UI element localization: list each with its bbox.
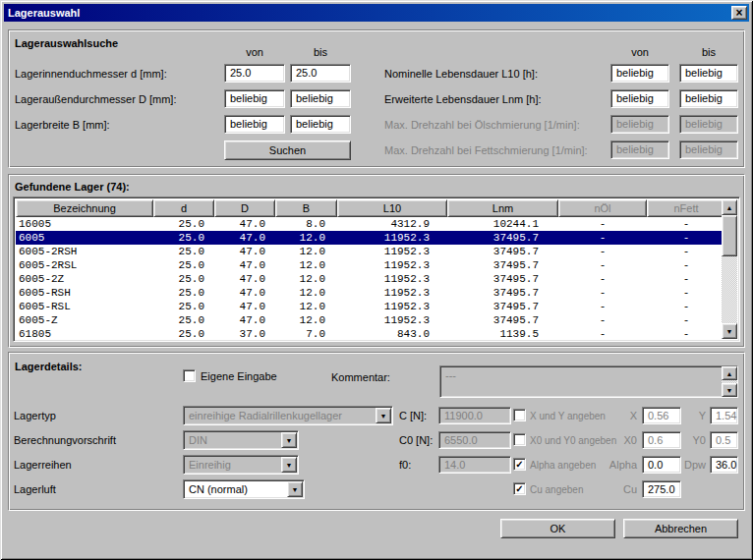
Lnm-bis-input[interactable]: beliebig bbox=[679, 89, 738, 108]
column-header-Bezeichnung[interactable]: Bezeichnung bbox=[16, 199, 153, 217]
cancel-button[interactable]: Abbrechen bbox=[623, 519, 738, 538]
x-y-angeben-checkbox bbox=[513, 409, 526, 421]
alpha-label: Alpha bbox=[576, 459, 637, 471]
table-cell: 25.0 bbox=[153, 245, 214, 258]
nfett-von-input: beliebig bbox=[610, 140, 669, 159]
table-row-6005-2Z[interactable]: 6005-2Z25.047.012.011952.337495.7-- bbox=[16, 272, 725, 286]
table-cell: 11952.3 bbox=[337, 300, 447, 313]
column-header-nÖl[interactable]: nÖl bbox=[558, 199, 647, 217]
table-cell: 47.0 bbox=[214, 300, 275, 313]
lagerluft-combo[interactable]: CN (normal) ▼ bbox=[183, 479, 305, 499]
scroll-up-button[interactable]: ▲ bbox=[722, 199, 737, 215]
kommentar-value: --- bbox=[445, 369, 456, 381]
d-bis-input[interactable]: 25.0 bbox=[290, 64, 351, 83]
f0-label: f0: bbox=[399, 459, 411, 471]
table-row-6005-2RSH[interactable]: 6005-2RSH25.047.012.011952.337495.7-- bbox=[16, 245, 725, 258]
table-cell: - bbox=[647, 258, 725, 272]
d-von-input[interactable]: 25.0 bbox=[224, 64, 285, 83]
table-cell: - bbox=[647, 300, 725, 313]
table-cell: 37495.7 bbox=[447, 286, 558, 300]
lagerreihen-combo: Einreihig ▼ bbox=[183, 455, 299, 475]
ok-button[interactable]: OK bbox=[500, 519, 615, 538]
results-scrollbar[interactable]: ▲ ▼ bbox=[722, 199, 737, 339]
close-icon: × bbox=[735, 7, 742, 19]
table-row-6005-Z[interactable]: 6005-Z25.047.012.011952.337495.7-- bbox=[16, 313, 725, 327]
table-cell: 37495.7 bbox=[447, 245, 558, 258]
c-input: 11900.0 bbox=[438, 407, 511, 424]
scrollbar-thumb[interactable] bbox=[722, 215, 737, 256]
nfett-bis-input: beliebig bbox=[679, 140, 738, 159]
results-table: BezeichnungdDBL10LnmnÖlnFett 1600525.047… bbox=[13, 196, 740, 342]
table-cell: - bbox=[647, 217, 725, 231]
y-label: Y bbox=[682, 410, 706, 421]
table-cell: - bbox=[647, 286, 725, 300]
cu-angeben-checkbox: ✓ bbox=[513, 482, 526, 495]
bis-header-left: bis bbox=[290, 46, 351, 58]
results-table-body: 1600525.047.08.04312.910244.1--600525.04… bbox=[16, 217, 725, 341]
table-cell: 6005 bbox=[16, 231, 153, 245]
table-cell: 37495.7 bbox=[447, 313, 558, 327]
table-row-6005-RSL[interactable]: 6005-RSL25.047.012.011952.337495.7-- bbox=[16, 300, 725, 313]
d-label: Lagerinnenduchmesser d [mm]: bbox=[15, 68, 167, 80]
chevron-down-icon: ▼ bbox=[380, 413, 387, 420]
B-label: Lagerbreite B [mm]: bbox=[15, 119, 110, 131]
table-cell: 37495.7 bbox=[447, 231, 558, 245]
column-header-d[interactable]: d bbox=[153, 199, 214, 217]
cu-input[interactable]: 275.0 bbox=[642, 480, 681, 498]
table-cell: 6005-Z bbox=[16, 313, 153, 327]
lagerreihen-value: Einreihig bbox=[184, 459, 281, 471]
Lnm-von-input[interactable]: beliebig bbox=[610, 89, 669, 108]
L10-von-input[interactable]: beliebig bbox=[610, 64, 669, 83]
table-cell: 7.0 bbox=[275, 327, 337, 341]
table-cell: - bbox=[647, 272, 725, 286]
y0-input: 0.5 bbox=[710, 431, 738, 449]
B-bis-input[interactable]: beliebig bbox=[290, 115, 351, 134]
x0-label: X0 bbox=[576, 434, 637, 446]
scroll-down-button[interactable]: ▼ bbox=[722, 323, 737, 339]
table-cell: 12.0 bbox=[275, 286, 337, 300]
table-row-6005-RSH[interactable]: 6005-RSH25.047.012.011952.337495.7-- bbox=[16, 286, 725, 300]
dropdown-arrow-icon[interactable]: ▼ bbox=[287, 481, 303, 497]
D-von-input[interactable]: beliebig bbox=[224, 89, 285, 108]
table-cell: 25.0 bbox=[153, 258, 214, 272]
table-row-6005-2RSL[interactable]: 6005-2RSL25.047.012.011952.337495.7-- bbox=[16, 258, 725, 272]
column-header-L10[interactable]: L10 bbox=[337, 199, 447, 217]
column-header-nFett[interactable]: nFett bbox=[647, 199, 725, 217]
lagerreihen-label: Lagerreihen bbox=[14, 459, 72, 471]
column-header-B[interactable]: B bbox=[275, 199, 337, 217]
Lnm-label: Erweiterte Lebensdauer Lnm [h]: bbox=[384, 93, 542, 105]
dpw-input[interactable]: 36.0 bbox=[710, 456, 738, 474]
search-button[interactable]: Suchen bbox=[224, 140, 351, 160]
nfett-label: Max. Drehzahl bei Fettschmierung [1/min]… bbox=[384, 144, 588, 156]
table-cell: - bbox=[558, 327, 647, 341]
table-cell: 47.0 bbox=[214, 286, 275, 300]
bis-header-right: bis bbox=[679, 46, 738, 58]
title-bar[interactable]: Lagerauswahl × bbox=[4, 4, 749, 22]
close-button[interactable]: × bbox=[731, 6, 747, 20]
eigene-eingabe-checkbox[interactable] bbox=[183, 369, 196, 382]
L10-bis-input[interactable]: beliebig bbox=[679, 64, 738, 83]
dialog-lagerauswahl: Lagerauswahl × Lagerauswahlsuche von bis… bbox=[0, 0, 753, 560]
D-bis-input[interactable]: beliebig bbox=[290, 89, 351, 108]
table-cell: 25.0 bbox=[153, 313, 214, 327]
alpha-input[interactable]: 0.0 bbox=[642, 456, 681, 474]
L10-label: Nominelle Lebensdauer L10 [h]: bbox=[384, 68, 538, 80]
table-cell: - bbox=[558, 217, 647, 231]
B-von-input[interactable]: beliebig bbox=[224, 115, 285, 134]
down-arrow-icon: ▼ bbox=[726, 328, 733, 335]
table-cell: - bbox=[558, 300, 647, 313]
y-input: 1.54 bbox=[710, 407, 738, 424]
lagerluft-label: Lagerluft bbox=[14, 483, 56, 495]
column-header-D[interactable]: D bbox=[214, 199, 275, 217]
table-cell: 12.0 bbox=[275, 300, 337, 313]
table-cell: 47.0 bbox=[214, 245, 275, 258]
column-header-Lnm[interactable]: Lnm bbox=[447, 199, 558, 217]
results-table-header: BezeichnungdDBL10LnmnÖlnFett bbox=[16, 199, 725, 217]
von-header-left: von bbox=[224, 46, 285, 58]
table-row-61805[interactable]: 6180525.037.07.0843.01139.5-- bbox=[16, 327, 725, 341]
lagertyp-combo: einreihige Radialrillenkugellager ▼ bbox=[183, 406, 393, 425]
table-row-6005[interactable]: 600525.047.012.011952.337495.7-- bbox=[16, 231, 725, 245]
table-row-16005[interactable]: 1600525.047.08.04312.910244.1-- bbox=[16, 217, 725, 231]
kommentar-scrollbar: ▲ ▼ bbox=[722, 366, 737, 397]
table-cell: 11952.3 bbox=[337, 231, 447, 245]
